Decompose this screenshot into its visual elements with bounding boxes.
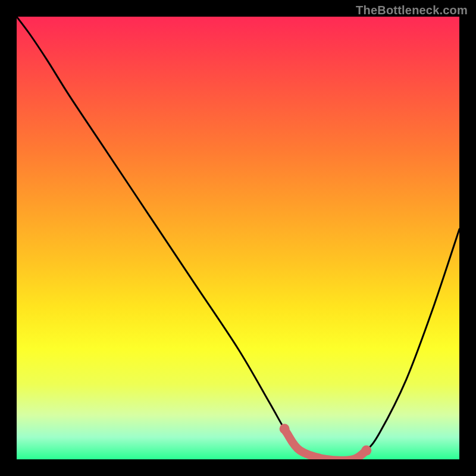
highlight-dot-start xyxy=(280,424,290,434)
curve-svg xyxy=(17,17,459,459)
plot-area xyxy=(17,17,459,459)
highlight-segment xyxy=(284,429,367,459)
bottleneck-curve xyxy=(17,17,459,459)
attribution-text: TheBottleneck.com xyxy=(356,4,468,17)
highlight-dot-end xyxy=(361,446,371,456)
